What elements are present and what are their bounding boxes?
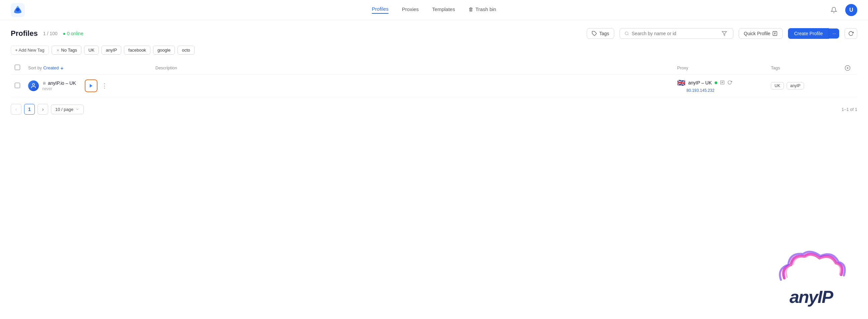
tag-filter-octo[interactable]: octo [178, 46, 194, 55]
notifications-button[interactable] [828, 4, 840, 16]
row-tags-cell: UK anyIP [767, 75, 841, 97]
profile-more-button[interactable]: ⋮ [100, 81, 109, 91]
tag-filter-facebook[interactable]: facebook [124, 46, 150, 55]
filter-icon [722, 31, 727, 36]
pagination-info: 1–1 of 1 [841, 107, 857, 112]
th-proxy: Proxy [673, 61, 767, 75]
quick-profile-icon [772, 31, 778, 36]
profile-avatar-icon [30, 83, 36, 89]
proxy-status-dot [715, 81, 717, 84]
tag-filter-google[interactable]: google [153, 46, 175, 55]
create-profile-group: Create Profile ··· [788, 28, 839, 39]
th-add [841, 61, 857, 75]
nav-profiles[interactable]: Profiles [372, 6, 389, 14]
select-all-checkbox[interactable] [15, 65, 20, 70]
row-actions-cell [841, 75, 857, 97]
svg-point-1 [16, 8, 20, 11]
tag-badge-anyip: anyIP [786, 82, 804, 89]
quick-profile-button[interactable]: Quick Profile [739, 28, 783, 39]
tag-filter-bar: + Add New Tag No Tags UK anyIP facebook … [11, 46, 857, 55]
bell-icon [831, 7, 837, 13]
svg-point-16 [32, 83, 34, 85]
add-column-button[interactable] [844, 65, 850, 71]
refresh-icon [848, 31, 854, 36]
svg-line-4 [627, 34, 628, 35]
row-title-cell: 🖥 anyIP.io – UK never [24, 75, 151, 97]
nav-templates[interactable]: Templates [432, 6, 455, 13]
profile-platform-badge: 🖥 [42, 81, 46, 85]
tag-badge-uk: UK [771, 82, 784, 89]
table-container: Sort by Created Description Proxy Tags [11, 61, 857, 97]
table-row: 🖥 anyIP.io – UK never [11, 75, 857, 97]
top-navigation: Profiles Proxies Templates 🗑 Trash bin U [0, 0, 868, 20]
profile-last-run: never [42, 86, 76, 91]
proxy-flag: 🇬🇧 [677, 79, 685, 87]
row-description-cell [151, 75, 673, 97]
sort-arrow-icon [60, 66, 64, 70]
nav-proxies[interactable]: Proxies [402, 6, 418, 13]
svg-point-3 [625, 32, 628, 35]
next-page-button[interactable]: › [37, 104, 48, 115]
filter-button[interactable] [720, 31, 728, 36]
per-page-selector[interactable]: 10 / page [51, 105, 84, 114]
trash-icon: 🗑 [468, 6, 473, 12]
th-tags: Tags [767, 61, 841, 75]
proxy-name: anyIP – UK [688, 80, 712, 85]
proxy-ip[interactable]: 80.193.145.232 [686, 88, 714, 93]
app-logo[interactable] [11, 3, 25, 17]
th-description: Description [151, 61, 673, 75]
table-header: Sort by Created Description Proxy Tags [11, 61, 857, 75]
page-1-button[interactable]: 1 [24, 104, 35, 115]
sort-created-button[interactable]: Created [43, 65, 59, 70]
online-count: ● 0 online [63, 31, 83, 36]
table-body: 🖥 anyIP.io – UK never [11, 75, 857, 97]
play-icon [89, 83, 93, 88]
tag-filter-uk[interactable]: UK [84, 46, 99, 55]
profile-name: anyIP.io – UK [48, 80, 76, 86]
refresh-button[interactable] [844, 28, 857, 39]
proxy-refresh-button[interactable] [727, 80, 732, 86]
th-title: Sort by Created [24, 61, 151, 75]
tag-filter-no-tags[interactable]: No Tags [52, 46, 82, 55]
search-bar [620, 28, 733, 39]
row-checkbox[interactable] [15, 83, 20, 88]
prev-page-button[interactable]: ‹ [11, 104, 22, 115]
th-checkbox [11, 61, 24, 75]
no-tags-icon [56, 48, 60, 52]
create-profile-more-button[interactable]: ··· [829, 28, 839, 38]
row-proxy-cell: 🇬🇧 anyIP – UK [673, 75, 767, 97]
svg-marker-17 [90, 84, 92, 88]
per-page-chevron-icon [75, 107, 80, 111]
pagination-bar: ‹ 1 › 10 / page 1–1 of 1 [11, 104, 857, 115]
profile-count: 1 / 100 [43, 31, 58, 36]
proxy-details-icon [720, 80, 725, 85]
profiles-header: Profiles 1 / 100 ● 0 online Tags Quick P… [11, 28, 857, 39]
page-content: Profiles 1 / 100 ● 0 online Tags Quick P… [0, 20, 868, 123]
add-new-tag-button[interactable]: + Add New Tag [11, 46, 49, 55]
profiles-table: Sort by Created Description Proxy Tags [11, 61, 857, 97]
main-nav: Profiles Proxies Templates 🗑 Trash bin [372, 6, 496, 14]
plus-circle-icon [844, 65, 850, 71]
profile-avatar [28, 80, 39, 91]
proxy-details-button[interactable] [720, 80, 725, 86]
svg-marker-5 [722, 31, 726, 35]
page-title: Profiles [11, 29, 38, 38]
tag-filter-anyip[interactable]: anyIP [101, 46, 121, 55]
create-profile-button[interactable]: Create Profile [788, 28, 829, 39]
top-right-actions: U [828, 4, 857, 16]
proxy-refresh-icon [727, 80, 732, 85]
row-checkbox-cell [11, 75, 24, 97]
search-icon [624, 31, 629, 36]
start-profile-button[interactable] [85, 80, 97, 92]
tags-button[interactable]: Tags [587, 28, 614, 39]
nav-trash[interactable]: 🗑 Trash bin [468, 6, 496, 13]
logo-area [11, 3, 25, 17]
user-avatar[interactable]: U [845, 4, 857, 16]
search-input[interactable] [631, 31, 718, 36]
tag-icon [592, 31, 597, 36]
